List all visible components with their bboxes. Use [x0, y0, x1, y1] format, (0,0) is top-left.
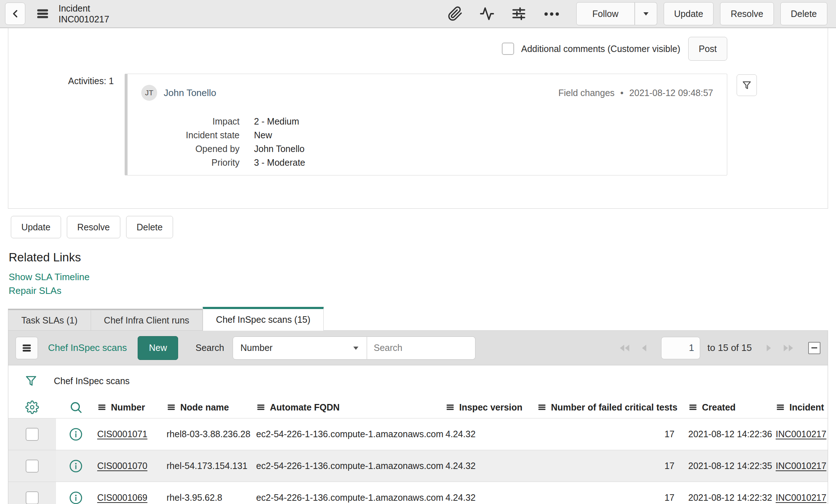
hamburger-icon [21, 342, 33, 354]
tab-chef-infra-client-runs[interactable]: Chef Infra Client runs [91, 309, 203, 330]
resolve-button-header[interactable]: Resolve [720, 2, 773, 25]
resolve-button[interactable]: Resolve [67, 216, 120, 238]
list-title: Chef InSpec scans [48, 342, 127, 353]
column-header-inspec-version[interactable]: Inspec version [444, 402, 536, 413]
search-label: Search [195, 343, 224, 353]
tab-task-slas[interactable]: Task SLAs (1) [8, 309, 91, 330]
scan-number-link[interactable]: CIS0001071 [97, 429, 147, 439]
field-label: Opened by [141, 142, 240, 156]
column-menu-icon [445, 403, 455, 412]
customer-visible-checkbox[interactable] [502, 43, 514, 55]
follow-dropdown-button[interactable] [635, 2, 657, 25]
delete-button[interactable]: Delete [126, 216, 173, 238]
table-row: CIS0001070 rhel-54.173.154.131 ec2-54-22… [8, 450, 828, 482]
column-menu-icon [97, 403, 107, 412]
follow-button[interactable]: Follow [576, 2, 635, 25]
show-sla-timeline-link[interactable]: Show SLA Timeline [9, 271, 90, 282]
back-button[interactable] [5, 3, 25, 25]
funnel-icon [741, 79, 752, 91]
column-label: Created [702, 402, 736, 413]
caret-down-icon [642, 10, 650, 17]
filter-funnel-icon[interactable] [24, 374, 38, 388]
list-breadcrumb-row: Chef InSpec scans [8, 365, 828, 396]
next-page-icon[interactable] [764, 343, 773, 353]
column-menu-icon [256, 403, 266, 412]
field-value: John Tonello [254, 142, 305, 156]
created-cell: 2021-08-12 14:22:36 [680, 429, 774, 439]
update-button[interactable]: Update [11, 216, 61, 238]
column-menu-icon [537, 403, 547, 412]
row-checkbox[interactable] [26, 491, 39, 504]
delete-button-header[interactable]: Delete [780, 2, 827, 25]
failed-tests-cell: 17 [536, 429, 680, 439]
activity-stream-icon[interactable] [479, 6, 495, 21]
column-header-incident[interactable]: Incident [774, 402, 828, 413]
incident-link[interactable]: INC0010217 [776, 492, 826, 503]
column-header-created[interactable]: Created [680, 402, 774, 413]
personalize-columns-gear-icon[interactable] [8, 396, 56, 418]
node-name-cell: rhel-3.95.62.8 [165, 492, 255, 503]
record-preview-info-icon[interactable] [56, 450, 96, 482]
activity-filter-button[interactable] [737, 74, 757, 96]
row-checkbox[interactable] [26, 460, 39, 473]
form-buttons-row: Update Resolve Delete [11, 216, 836, 238]
column-menu-icon [776, 403, 785, 412]
activity-author[interactable]: John Tonello [164, 87, 216, 99]
column-label: Incident [789, 402, 824, 413]
context-menu-button[interactable] [35, 6, 50, 21]
column-search-icon[interactable] [56, 396, 96, 418]
last-page-icon[interactable] [781, 343, 795, 353]
list-search-input[interactable] [367, 336, 475, 360]
search-field-select[interactable]: Number [233, 336, 367, 360]
update-button-header[interactable]: Update [664, 2, 714, 25]
more-options-icon[interactable] [543, 6, 560, 21]
list-breadcrumb[interactable]: Chef InSpec scans [54, 376, 130, 386]
column-label: Automate FQDN [270, 402, 340, 413]
field-change-row: Opened by John Tonello [141, 142, 713, 156]
column-header-number[interactable]: Number [96, 402, 165, 413]
personalize-form-icon[interactable] [511, 6, 526, 21]
field-value: 2 - Medium [254, 114, 299, 128]
activities-count-label: Activities: 1 [8, 74, 114, 175]
field-change-row: Incident state New [141, 128, 713, 142]
column-header-automate-fqdn[interactable]: Automate FQDN [255, 402, 444, 413]
related-links-title: Related Links [9, 251, 836, 264]
column-header-failed-critical-tests[interactable]: Number of failed critical tests [536, 402, 680, 413]
column-label: Number of failed critical tests [551, 402, 677, 413]
minus-icon [811, 347, 817, 348]
field-label: Incident state [141, 128, 240, 142]
first-page-icon[interactable] [618, 343, 632, 353]
minimize-list-button[interactable] [808, 342, 820, 354]
list-context-menu-button[interactable] [16, 337, 38, 359]
form-activity-section: Additional comments (Customer visible) P… [8, 28, 828, 209]
row-checkbox[interactable] [26, 428, 39, 441]
page-number-input[interactable] [661, 337, 700, 359]
incident-link[interactable]: INC0010217 [776, 429, 826, 439]
post-button[interactable]: Post [688, 37, 727, 61]
column-label: Node name [180, 402, 229, 413]
list-toolbar: Chef InSpec scans New Search Number to 1… [8, 331, 828, 365]
table-row: CIS0001069 rhel-3.95.62.8 ec2-54-226-1-1… [8, 482, 828, 504]
record-header: Incident INC0010217 Follow [0, 0, 836, 28]
new-record-button[interactable]: New [138, 336, 178, 360]
record-number: INC0010217 [59, 14, 109, 25]
chevron-left-icon [9, 8, 21, 20]
field-change-row: Impact 2 - Medium [141, 114, 713, 128]
inspec-version-cell: 4.24.32 [444, 492, 536, 503]
incident-link[interactable]: INC0010217 [776, 461, 826, 471]
list-pagination: to 15 of 15 [618, 337, 820, 359]
column-header-node-name[interactable]: Node name [165, 402, 255, 413]
automate-fqdn-cell: ec2-54-226-1-136.compute-1.amazonaws.com [255, 492, 444, 503]
record-preview-info-icon[interactable] [56, 482, 96, 504]
scan-number-link[interactable]: CIS0001070 [97, 461, 147, 471]
scan-number-link[interactable]: CIS0001069 [97, 492, 147, 503]
tab-chef-inspec-scans[interactable]: Chef InSpec scans (15) [203, 307, 324, 331]
failed-tests-cell: 17 [536, 492, 680, 503]
inspec-version-cell: 4.24.32 [444, 461, 536, 471]
repair-slas-link[interactable]: Repair SLAs [9, 285, 61, 296]
attachment-icon[interactable] [448, 6, 463, 21]
record-preview-info-icon[interactable] [56, 418, 96, 450]
caret-down-icon [352, 344, 359, 352]
list-header-row: Number Node name Automate FQDN Inspec ve… [8, 396, 828, 418]
previous-page-icon[interactable] [639, 343, 649, 353]
